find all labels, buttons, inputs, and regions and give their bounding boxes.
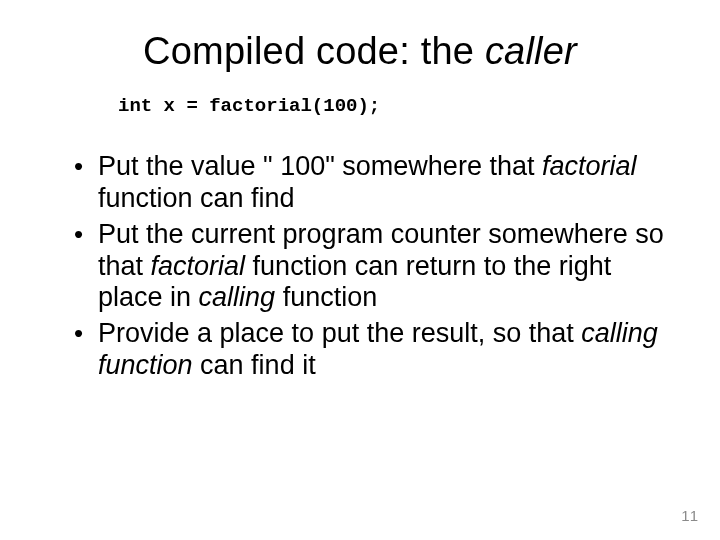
list-item: Put the current program counter somewher…	[74, 219, 680, 315]
title-italic: caller	[485, 30, 577, 72]
bullet-text: Provide a place to put the result, so th…	[98, 318, 581, 348]
page-number: 11	[681, 507, 698, 524]
code-snippet: int x = factorial(100);	[118, 95, 680, 117]
bullet-italic: factorial	[151, 251, 246, 281]
bullet-italic: calling	[199, 282, 276, 312]
bullet-italic: factorial	[542, 151, 637, 181]
slide-title: Compiled code: the caller	[40, 30, 680, 73]
bullet-text: Put the value " 100" somewhere that	[98, 151, 542, 181]
bullet-text: function	[275, 282, 377, 312]
bullet-text: function can find	[98, 183, 295, 213]
list-item: Put the value " 100" somewhere that fact…	[74, 151, 680, 215]
slide: Compiled code: the caller int x = factor…	[0, 0, 720, 540]
title-text: Compiled code: the	[143, 30, 485, 72]
bullet-list: Put the value " 100" somewhere that fact…	[40, 151, 680, 382]
bullet-text: can find it	[193, 350, 316, 380]
list-item: Provide a place to put the result, so th…	[74, 318, 680, 382]
